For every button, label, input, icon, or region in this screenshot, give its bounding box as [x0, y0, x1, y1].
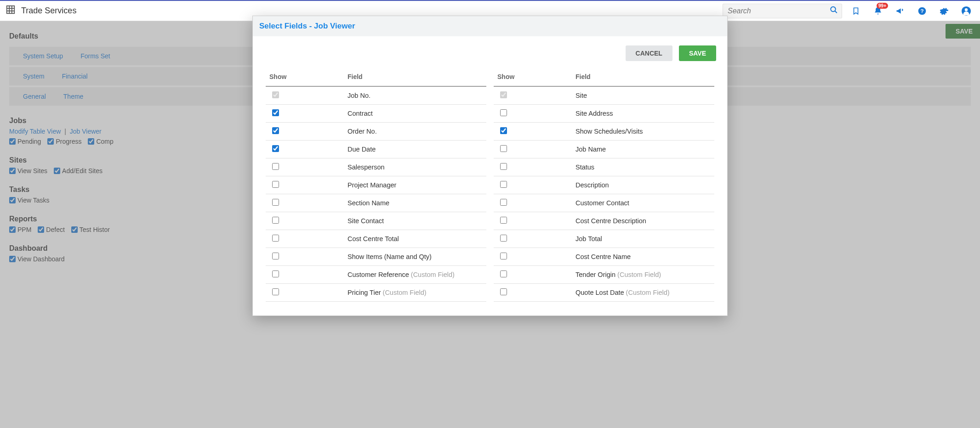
field-show-checkbox[interactable] [272, 163, 279, 170]
modal-body: Show Field Job No.ContractOrder No.Due D… [253, 61, 727, 315]
field-row: Description [494, 176, 714, 194]
field-row: Due Date [266, 141, 486, 158]
modal-header: Select Fields - Job Viewer [253, 16, 727, 36]
field-show-checkbox[interactable] [500, 109, 507, 116]
search-icon[interactable] [830, 6, 838, 16]
field-show-checkbox[interactable] [272, 253, 279, 259]
field-show-checkbox[interactable] [500, 217, 507, 224]
field-row: Tender Origin (Custom Field) [494, 266, 714, 284]
svg-point-5 [831, 6, 836, 11]
field-label: Due Date [344, 141, 486, 158]
field-label: Site Contact [344, 212, 486, 230]
th-field: Field [344, 68, 486, 86]
field-row: Job Name [494, 141, 714, 158]
field-row: Site Contact [266, 212, 486, 230]
field-label: Project Manager [344, 176, 486, 194]
field-row: Cost Centre Name [494, 248, 714, 266]
field-label: Contract [344, 105, 486, 123]
field-label: Quote Lost Date (Custom Field) [572, 284, 714, 302]
search-input[interactable] [728, 4, 825, 18]
fields-left-column: Show Field Job No.ContractOrder No.Due D… [266, 68, 486, 302]
field-row: Status [494, 158, 714, 176]
bookmark-icon[interactable] [848, 3, 864, 19]
svg-rect-0 [7, 6, 15, 13]
app-grid-icon [6, 5, 16, 17]
th-field: Field [572, 68, 714, 86]
custom-field-suffix: (Custom Field) [381, 289, 427, 296]
custom-field-suffix: (Custom Field) [615, 271, 661, 278]
field-show-checkbox[interactable] [500, 253, 507, 259]
field-show-checkbox[interactable] [500, 145, 507, 152]
field-label: Tender Origin (Custom Field) [572, 266, 714, 284]
field-show-checkbox[interactable] [272, 288, 279, 295]
field-row: Salesperson [266, 158, 486, 176]
select-fields-modal: Select Fields - Job Viewer CANCEL SAVE S… [252, 16, 728, 316]
field-label: Description [572, 176, 714, 194]
field-label: Status [572, 158, 714, 176]
field-label: Customer Contact [572, 194, 714, 212]
field-label: Section Name [344, 194, 486, 212]
field-row: Project Manager [266, 176, 486, 194]
field-row: Order No. [266, 123, 486, 141]
custom-field-suffix: (Custom Field) [409, 271, 455, 278]
field-show-checkbox[interactable] [272, 199, 279, 206]
field-label: Customer Reference (Custom Field) [344, 266, 486, 284]
field-show-checkbox[interactable] [272, 217, 279, 224]
svg-text:?: ? [920, 8, 923, 14]
fields-table-left: Show Field Job No.ContractOrder No.Due D… [266, 68, 486, 302]
search-box[interactable] [723, 4, 842, 18]
th-show: Show [494, 68, 572, 86]
field-row: Job Total [494, 230, 714, 248]
app-title: Trade Services [21, 6, 76, 16]
field-row: Quote Lost Date (Custom Field) [494, 284, 714, 302]
field-label: Cost Centre Name [572, 248, 714, 266]
field-show-checkbox[interactable] [272, 181, 279, 188]
field-row: Show Schedules/Visits [494, 123, 714, 141]
field-row: Show Items (Name and Qty) [266, 248, 486, 266]
field-row: Job No. [266, 86, 486, 105]
field-show-checkbox[interactable] [500, 163, 507, 170]
field-label: Salesperson [344, 158, 486, 176]
field-show-checkbox[interactable] [500, 270, 507, 277]
field-row: Site Address [494, 105, 714, 123]
field-show-checkbox[interactable] [272, 145, 279, 152]
field-label: Job No. [344, 86, 486, 105]
save-button[interactable]: SAVE [679, 45, 716, 61]
cancel-button[interactable]: CANCEL [626, 45, 672, 61]
field-show-checkbox[interactable] [272, 127, 279, 134]
field-show-checkbox[interactable] [500, 181, 507, 188]
field-show-checkbox[interactable] [272, 235, 279, 242]
gear-icon[interactable] [936, 3, 952, 19]
field-label: Site Address [572, 105, 714, 123]
field-row: Site [494, 86, 714, 105]
svg-point-10 [965, 8, 968, 11]
field-row: Pricing Tier (Custom Field) [266, 284, 486, 302]
field-show-checkbox[interactable] [500, 199, 507, 206]
field-row: Customer Reference (Custom Field) [266, 266, 486, 284]
custom-field-suffix: (Custom Field) [624, 289, 670, 296]
field-show-checkbox[interactable] [272, 270, 279, 277]
field-label: Show Schedules/Visits [572, 123, 714, 141]
megaphone-icon[interactable] [892, 3, 908, 19]
help-icon[interactable]: ? [914, 3, 930, 19]
svg-line-6 [835, 11, 837, 13]
field-show-checkbox[interactable] [500, 127, 507, 134]
field-label: Job Total [572, 230, 714, 248]
th-show: Show [266, 68, 344, 86]
field-show-checkbox [272, 91, 279, 98]
field-label: Pricing Tier (Custom Field) [344, 284, 486, 302]
field-show-checkbox[interactable] [500, 235, 507, 242]
user-icon[interactable] [958, 3, 974, 19]
field-show-checkbox[interactable] [500, 288, 507, 295]
bell-icon[interactable]: 99+ [870, 3, 886, 19]
fields-table-right: Show Field SiteSite AddressShow Schedule… [494, 68, 714, 302]
fields-right-column: Show Field SiteSite AddressShow Schedule… [494, 68, 714, 302]
field-label: Site [572, 86, 714, 105]
field-show-checkbox[interactable] [272, 109, 279, 116]
field-row: Section Name [266, 194, 486, 212]
field-row: Cost Centre Total [266, 230, 486, 248]
field-label: Order No. [344, 123, 486, 141]
field-show-checkbox [500, 91, 507, 98]
field-row: Contract [266, 105, 486, 123]
field-label: Cost Centre Description [572, 212, 714, 230]
